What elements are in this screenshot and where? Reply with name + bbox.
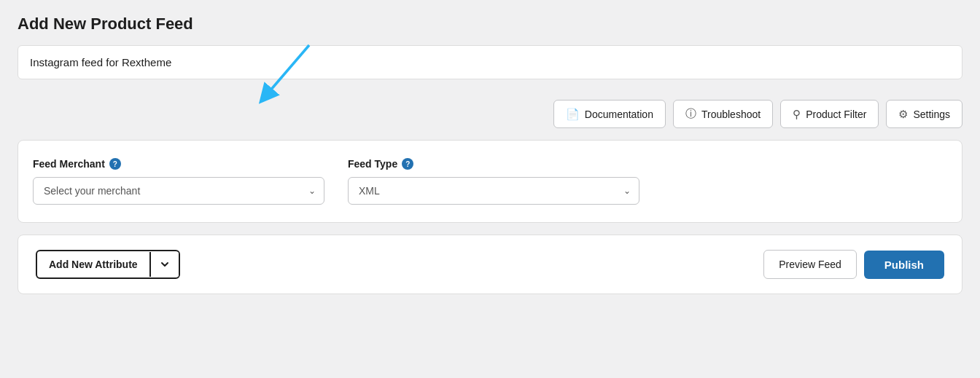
feed-type-group: Feed Type ? XML CSV TSV JSON ⌄ (348, 158, 639, 205)
feed-merchant-group: Feed Merchant ? Select your merchant ⌄ (33, 158, 324, 205)
feed-type-select[interactable]: XML CSV TSV JSON (348, 177, 639, 205)
add-attribute-button[interactable]: Add New Attribute (36, 250, 180, 279)
doc-icon: 📄 (566, 108, 580, 121)
feed-name-input[interactable] (18, 45, 962, 79)
settings-label: Settings (913, 109, 950, 120)
page-title: Add New Product Feed (18, 15, 962, 34)
publish-button[interactable]: Publish (864, 251, 944, 279)
documentation-label: Documentation (585, 109, 653, 120)
documentation-button[interactable]: 📄 Documentation (553, 100, 666, 128)
feed-merchant-select[interactable]: Select your merchant (33, 177, 324, 205)
troubleshoot-button[interactable]: ⓘ Troubleshoot (673, 100, 773, 128)
bottom-action-bar: Add New Attribute Preview Feed Publish (18, 235, 962, 294)
feed-type-help-icon[interactable]: ? (402, 158, 413, 170)
settings-button[interactable]: ⚙ Settings (886, 100, 962, 128)
feed-merchant-label: Feed Merchant ? (33, 158, 324, 170)
product-filter-label: Product Filter (806, 109, 866, 120)
gear-icon: ⚙ (898, 108, 908, 121)
info-icon: ⓘ (685, 107, 696, 121)
feed-merchant-help-icon[interactable]: ? (109, 158, 121, 170)
add-attribute-dropdown-icon[interactable] (149, 252, 179, 277)
toolbar-row: 📄 Documentation ⓘ Troubleshoot ⚲ Product… (18, 100, 962, 128)
troubleshoot-label: Troubleshoot (701, 109, 761, 120)
feed-config-card: Feed Merchant ? Select your merchant ⌄ F… (18, 140, 962, 223)
add-attribute-main-label[interactable]: Add New Attribute (37, 251, 149, 277)
product-filter-button[interactable]: ⚲ Product Filter (780, 100, 879, 128)
preview-feed-button[interactable]: Preview Feed (763, 250, 857, 279)
feed-type-label: Feed Type ? (348, 158, 639, 170)
filter-icon: ⚲ (793, 108, 801, 121)
right-actions: Preview Feed Publish (763, 250, 944, 279)
